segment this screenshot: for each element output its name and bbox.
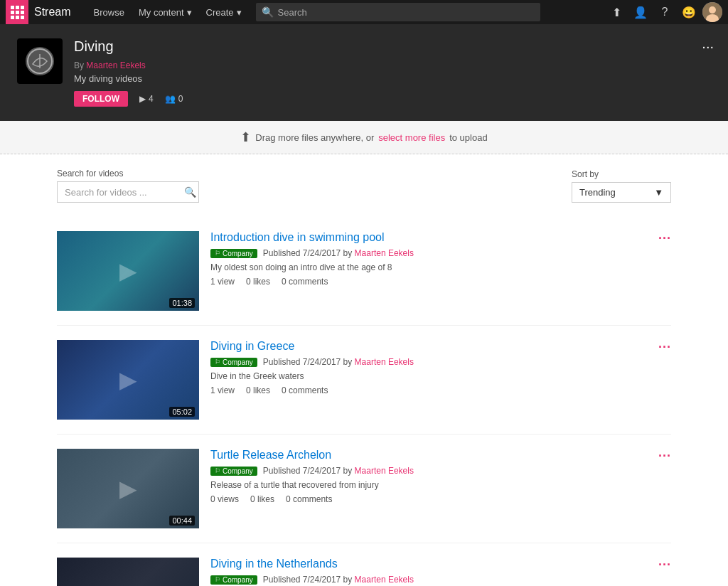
channel-more-button[interactable]: ···: [702, 38, 714, 55]
search-label: Search for videos: [57, 169, 199, 179]
upload-icon: ⬆: [240, 129, 251, 145]
video-details: Diving in Greece ⚐ Company Published 7/2…: [210, 340, 671, 395]
video-meta-row: ⚐ Company Published 7/24/2017 by Maarten…: [210, 248, 671, 258]
app-name: Stream: [34, 6, 71, 18]
channel-icon: [27, 48, 53, 74]
upload-after-text: to upload: [449, 132, 488, 143]
filter-row: Search for videos 🔍 Sort by Trending ▼: [57, 169, 671, 203]
video-more-button[interactable]: ···: [658, 340, 671, 355]
select-files-link[interactable]: select more files: [378, 132, 445, 143]
video-thumbnail[interactable]: ▶ 01:38: [57, 231, 199, 311]
sort-chevron-icon: ▼: [654, 187, 663, 198]
channel-meta: FOLLOW ▶ 4 👥 0: [74, 91, 711, 107]
channel-header: Diving By Maarten Eekels My diving video…: [0, 24, 728, 121]
share-icon[interactable]: ⬆: [606, 1, 627, 23]
upload-drag-text: Drag more files anywhere, or: [255, 132, 374, 143]
view-count: 1 view: [210, 277, 235, 287]
video-description: Release of a turtle that recovered from …: [210, 480, 671, 490]
video-stats: 1 view 0 likes 0 comments: [210, 385, 671, 395]
video-details: Turtle Release Archelon ⚐ Company Publis…: [210, 449, 671, 504]
video-author-link[interactable]: Maarten Eekels: [355, 466, 414, 476]
content-area: Search for videos 🔍 Sort by Trending ▼ ▶…: [0, 154, 728, 586]
sort-dropdown[interactable]: Trending ▼: [572, 182, 671, 203]
follower-icon: 👥: [165, 94, 176, 104]
video-details: Introduction dive in swimming pool ⚐ Com…: [210, 231, 671, 287]
profile-icon[interactable]: 👤: [630, 1, 651, 23]
sort-value: Trending: [579, 187, 616, 198]
video-published: Published 7/24/2017 by Maarten Eekels: [263, 575, 414, 585]
search-input[interactable]: [278, 7, 535, 18]
video-duration: 01:38: [169, 298, 195, 308]
video-search-input[interactable]: [65, 187, 184, 198]
video-count: ▶ 4: [139, 94, 154, 104]
video-more-button[interactable]: ···: [658, 558, 671, 572]
browse-link[interactable]: Browse: [88, 0, 130, 24]
video-more-button[interactable]: ···: [658, 449, 671, 464]
video-item: ▶ 01:38 Introduction dive in swimming po…: [57, 217, 671, 326]
video-title[interactable]: Diving in the Netherlands: [210, 558, 671, 570]
video-title[interactable]: Turtle Release Archelon: [210, 449, 671, 462]
video-description: Dive in the Greek waters: [210, 371, 671, 381]
my-content-link[interactable]: My content ▾: [133, 0, 198, 24]
channel-title: Diving: [74, 38, 711, 55]
company-badge: ⚐ Company: [210, 358, 257, 367]
thumb-placeholder-icon: ▶: [57, 558, 199, 586]
video-description: My oldest son doing an intro dive at the…: [210, 262, 671, 272]
video-duration: 05:02: [169, 407, 195, 417]
feedback-icon[interactable]: 😀: [678, 1, 700, 23]
author-link[interactable]: Maarten Eekels: [86, 60, 145, 70]
search-input-wrapper[interactable]: 🔍: [57, 181, 199, 203]
comment-count: 0 comments: [282, 385, 328, 395]
video-thumbnail[interactable]: ▶ 05:02: [57, 340, 199, 420]
video-title[interactable]: Introduction dive in swimming pool: [210, 231, 671, 244]
view-count: 0 views: [210, 494, 239, 504]
sort-label: Sort by: [572, 169, 599, 179]
video-published: Published 7/24/2017 by Maarten Eekels: [263, 248, 414, 258]
channel-author: By Maarten Eekels: [74, 60, 711, 70]
follow-button[interactable]: FOLLOW: [74, 91, 128, 107]
video-published: Published 7/24/2017 by Maarten Eekels: [263, 466, 414, 476]
company-badge-icon: ⚐: [215, 467, 220, 474]
search-section: Search for videos 🔍: [57, 169, 199, 203]
company-badge: ⚐ Company: [210, 249, 257, 258]
chevron-down-icon: ▾: [187, 7, 192, 18]
video-published: Published 7/24/2017 by Maarten Eekels: [263, 357, 414, 367]
channel-logo-icon: [26, 47, 54, 75]
avatar-image: [702, 2, 722, 22]
nav-icon-group: ⬆ 👤 ? 😀: [606, 1, 722, 23]
global-search[interactable]: 🔍: [256, 3, 540, 21]
create-link[interactable]: Create ▾: [200, 0, 247, 24]
user-avatar[interactable]: [702, 2, 722, 22]
channel-description: My diving videos: [74, 73, 711, 84]
video-stats: 1 view 0 likes 0 comments: [210, 277, 671, 287]
top-navigation: Stream Browse My content ▾ Create ▾ 🔍 ⬆ …: [0, 0, 728, 24]
video-more-button[interactable]: ···: [658, 231, 671, 246]
svg-point-1: [709, 6, 716, 14]
company-badge-icon: ⚐: [215, 250, 220, 257]
help-icon[interactable]: ?: [654, 1, 675, 23]
view-count: 1 view: [210, 385, 235, 395]
video-thumbnail[interactable]: ▶ 00:44: [57, 449, 199, 528]
chevron-down-icon: ▾: [237, 7, 242, 18]
video-icon: ▶: [139, 94, 146, 104]
video-author-link[interactable]: Maarten Eekels: [355, 357, 414, 367]
video-author-link[interactable]: Maarten Eekels: [355, 575, 414, 585]
video-meta-row: ⚐ Company Published 7/24/2017 by Maarten…: [210, 357, 671, 367]
channel-info: Diving By Maarten Eekels My diving video…: [74, 38, 711, 107]
video-author-link[interactable]: Maarten Eekels: [355, 248, 414, 258]
waffle-menu[interactable]: [6, 0, 28, 24]
video-thumbnail[interactable]: ▶ 01:00: [57, 558, 199, 586]
video-title[interactable]: Diving in Greece: [210, 340, 671, 353]
video-details: Diving in the Netherlands ⚐ Company Publ…: [210, 558, 671, 586]
waffle-grid-icon: [11, 6, 24, 19]
video-list: ▶ 01:38 Introduction dive in swimming po…: [57, 217, 671, 586]
like-count: 0 likes: [250, 494, 274, 504]
search-magnifier-icon: 🔍: [184, 186, 196, 198]
sort-section: Sort by Trending ▼: [572, 169, 671, 203]
video-stats: 0 views 0 likes 0 comments: [210, 494, 671, 504]
like-count: 0 likes: [246, 277, 270, 287]
company-badge: ⚐ Company: [210, 467, 257, 476]
video-item: ▶ 05:02 Diving in Greece ⚐ Company Publi…: [57, 326, 671, 435]
video-duration: 00:44: [169, 516, 195, 526]
like-count: 0 likes: [246, 385, 270, 395]
